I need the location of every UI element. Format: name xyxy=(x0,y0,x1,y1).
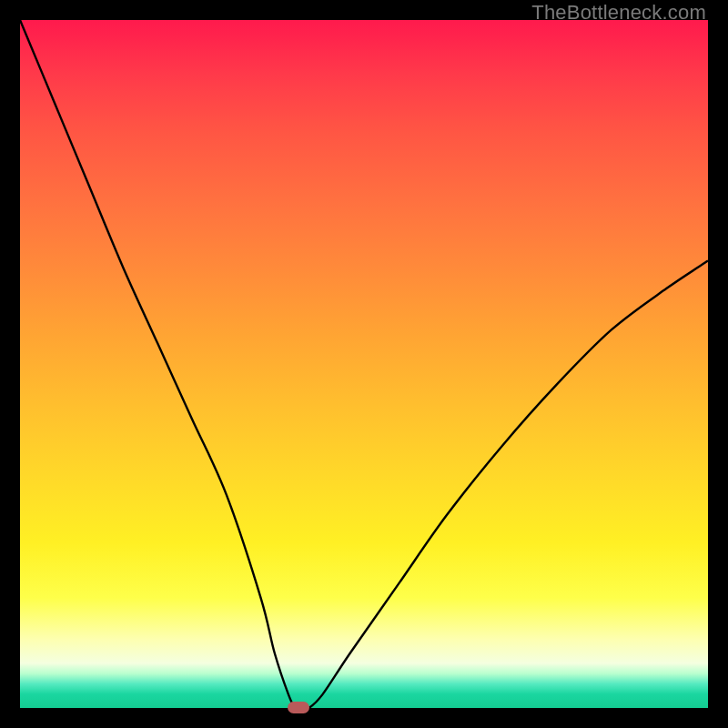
bottleneck-curve xyxy=(20,20,708,709)
curve-layer xyxy=(20,20,708,708)
optimum-marker xyxy=(288,702,309,713)
chart-frame: TheBottleneck.com xyxy=(0,0,728,728)
watermark-text: TheBottleneck.com xyxy=(531,1,706,25)
